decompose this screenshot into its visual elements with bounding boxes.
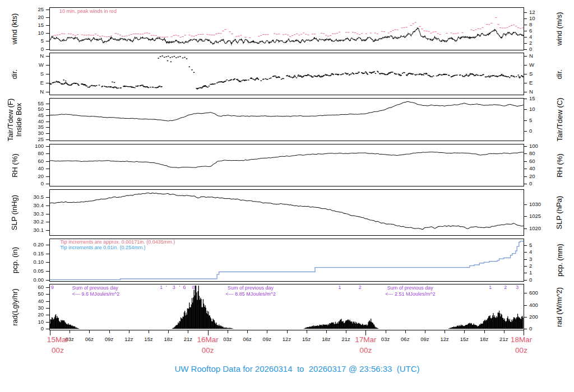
x-axis-tick [149, 330, 149, 333]
panel-rh [49, 144, 524, 186]
axis-title-right-wrap: wind (m/s) [545, 7, 573, 50]
y-tick [46, 245, 49, 245]
x-major-date-label: 18Mar [511, 335, 532, 344]
y-tick [46, 262, 49, 263]
rad-hour-marker: ' [179, 285, 180, 290]
wind-plot-canvas [50, 8, 524, 50]
panel-wind [49, 7, 524, 50]
axis-title-right-wrap: rad (W/m^2) [545, 284, 573, 330]
y-tick [524, 31, 527, 31]
x-minor-label: 18z [480, 336, 488, 342]
y-tick [524, 252, 527, 253]
rad-hour-marker: 1 [489, 285, 492, 290]
x-major-hour-label: 00z [359, 346, 372, 354]
x-axis-tick [129, 330, 129, 333]
y-tick [46, 33, 49, 34]
x-axis-tick [445, 330, 445, 333]
y-tick [524, 109, 527, 110]
y-tick [524, 99, 527, 99]
rad-annotation-2: Sum of previous day [228, 285, 274, 291]
y-tick [46, 10, 49, 10]
y-tick [46, 206, 49, 206]
rad-annotation-4: Sum of previous day [387, 285, 433, 291]
x-minor-label: 15z [460, 336, 469, 342]
rad-annotation-1: <--- 9.6 MJoules/m^2 [72, 291, 120, 297]
y-tick [46, 287, 49, 288]
axis-title-left-wrap: RH (%) [1, 144, 28, 186]
y-tick [524, 184, 527, 184]
y-tick [524, 245, 527, 246]
rad-hour-marker: 8 [192, 285, 195, 290]
x-axis-tick [89, 330, 90, 333]
pcp-right-axis-title: pcp. (mm) [556, 244, 564, 277]
y-tick [46, 153, 49, 154]
rad-hour-marker: 1 [338, 285, 341, 290]
y-tick [524, 56, 527, 57]
pcp-annotation-0: Tip increments are approx. 0.00171in. (0… [61, 239, 175, 245]
x-minor-label: 21z [499, 336, 508, 342]
y-tick [46, 83, 49, 83]
rad-hour-marker: 6 [183, 285, 186, 290]
x-minor-label: 21z [184, 336, 192, 342]
meteogram-figure: UW Rooftop Data for 20260314 to 20260317… [0, 0, 574, 392]
y-tick [46, 222, 49, 222]
y-tick [524, 266, 527, 267]
wind-annotation-0: 10 min. peak winds in red [59, 8, 117, 14]
panel-rad [49, 284, 524, 330]
y-tick [46, 254, 49, 254]
panel-slp [49, 189, 524, 236]
x-axis-tick [208, 330, 209, 335]
y-tick [524, 65, 527, 66]
x-minor-label: 15z [302, 336, 311, 342]
axis-title-left-wrap: wind (kts) [1, 7, 28, 50]
slp-left-axis-title: SLP (inHg) [11, 195, 19, 230]
x-major-date-label: 16Mar [197, 335, 219, 344]
y-tick [46, 197, 49, 198]
axis-title-left-wrap: dir. [1, 53, 28, 95]
x-axis-tick [504, 330, 504, 333]
y-tick [524, 176, 527, 177]
y-tick [524, 74, 527, 74]
rh-plot-canvas [50, 144, 524, 186]
x-minor-label: 09z [105, 336, 113, 342]
rad-annotation-5: <--- 2.51 MJoules/m^2 [385, 291, 436, 297]
y-tick [46, 17, 49, 18]
tair-right-axis-title: Tair/Tdew (C) [556, 97, 564, 141]
x-minor-label: 03z [223, 336, 232, 342]
y-tick [46, 41, 49, 41]
x-major-hour-label: 00z [202, 346, 214, 354]
y-tick [524, 12, 527, 13]
y-tick [46, 161, 49, 162]
y-tick [524, 49, 527, 50]
x-axis-tick [326, 330, 327, 333]
y-tick [46, 139, 49, 140]
tair-plot-canvas [50, 99, 524, 141]
y-tick [524, 216, 527, 217]
y-tick [46, 184, 49, 184]
y-tick [46, 271, 49, 272]
y-tick [46, 65, 49, 66]
y-tick [524, 153, 527, 154]
y-tick [524, 228, 527, 229]
wind-right-axis-title: wind (m/s) [556, 12, 564, 46]
dir-plot-canvas [50, 53, 524, 95]
dir-right-axis-title: dir. [556, 69, 564, 78]
x-axis-tick [365, 330, 366, 335]
rh-right-axis-title: RH (%) [555, 153, 563, 178]
rad-hour-marker: ' [166, 285, 167, 290]
x-minor-label: 12z [124, 336, 133, 342]
rad-hour-marker: 2 [359, 285, 362, 290]
axis-title-left-wrap: Tair/Tdew (F) Inside Box [1, 98, 28, 141]
rad-plot-canvas [50, 284, 524, 330]
x-axis-tick [50, 330, 50, 335]
y-tick [46, 25, 49, 26]
x-axis-tick [70, 330, 70, 333]
slp-plot-canvas [50, 190, 524, 235]
y-tick [46, 74, 49, 74]
y-tick [524, 25, 527, 25]
y-tick [524, 37, 527, 38]
x-axis-tick [484, 330, 485, 333]
x-minor-label: 06z [85, 336, 94, 342]
rad-hour-marker: 3 [173, 285, 175, 290]
rad-hour-marker: 1 [160, 285, 163, 290]
